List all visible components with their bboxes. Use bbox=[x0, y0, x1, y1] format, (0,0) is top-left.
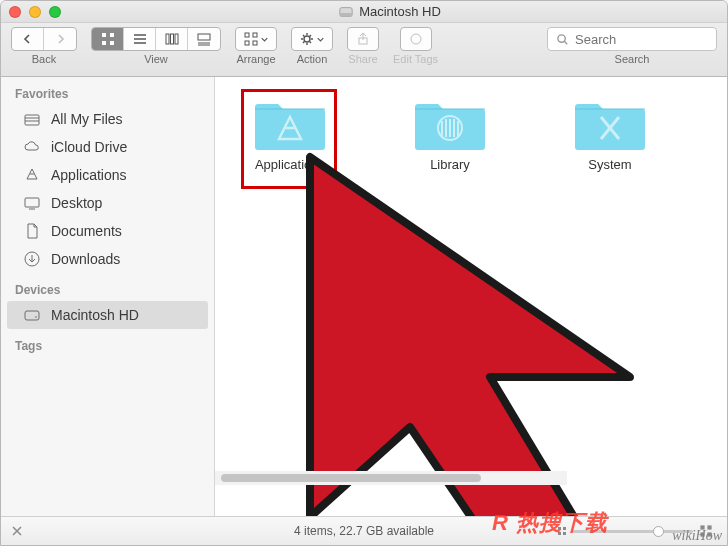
arrange-label: Arrange bbox=[236, 53, 275, 65]
close-button[interactable] bbox=[9, 6, 21, 18]
tags-group: Edit Tags bbox=[393, 27, 438, 65]
statusbar: 4 items, 22.7 GB available bbox=[1, 516, 727, 545]
toolbar: Back View Arrange Action Share Edit T bbox=[1, 23, 727, 77]
x-icon bbox=[11, 525, 23, 537]
finder-window: Macintosh HD Back View Arrange bbox=[0, 0, 728, 546]
svg-rect-13 bbox=[253, 41, 257, 45]
back-button[interactable] bbox=[12, 28, 44, 50]
sidebar-item-label: Documents bbox=[51, 223, 122, 239]
svg-rect-2 bbox=[102, 33, 106, 37]
slider-track[interactable] bbox=[573, 530, 693, 533]
action-button[interactable] bbox=[291, 27, 333, 51]
sidebar-item-documents[interactable]: Documents bbox=[1, 217, 214, 245]
edit-tags-label: Edit Tags bbox=[393, 53, 438, 65]
folder-icon bbox=[573, 95, 647, 153]
svg-rect-6 bbox=[166, 34, 169, 44]
sidebar-item-macintosh-hd[interactable]: Macintosh HD bbox=[7, 301, 208, 329]
view-group: View bbox=[91, 27, 221, 65]
path-control[interactable] bbox=[11, 525, 23, 537]
minimize-button[interactable] bbox=[29, 6, 41, 18]
large-icon bbox=[699, 524, 713, 538]
scrollbar-thumb[interactable] bbox=[221, 474, 481, 482]
svg-rect-1 bbox=[340, 12, 352, 16]
titlebar[interactable]: Macintosh HD bbox=[1, 1, 727, 23]
svg-rect-11 bbox=[253, 33, 257, 37]
share-label: Share bbox=[348, 53, 377, 65]
sidebar-item-label: Desktop bbox=[51, 195, 102, 211]
folder-library[interactable]: Library bbox=[405, 95, 495, 172]
status-text: 4 items, 22.7 GB available bbox=[294, 524, 434, 538]
search-icon bbox=[556, 33, 569, 46]
column-view-button[interactable] bbox=[156, 28, 188, 50]
zoom-button[interactable] bbox=[49, 6, 61, 18]
icloud-icon bbox=[23, 138, 41, 156]
action-label: Action bbox=[297, 53, 328, 65]
svg-point-14 bbox=[304, 36, 310, 42]
svg-rect-25 bbox=[563, 527, 566, 530]
action-group: Action bbox=[291, 27, 333, 65]
section-devices-header: Devices bbox=[1, 273, 214, 301]
sidebar-item-icloud[interactable]: iCloud Drive bbox=[1, 133, 214, 161]
folder-system[interactable]: System bbox=[565, 95, 655, 172]
arrange-button[interactable] bbox=[235, 27, 277, 51]
svg-rect-24 bbox=[558, 527, 561, 530]
svg-rect-30 bbox=[700, 532, 704, 536]
icon-view-button[interactable] bbox=[92, 28, 124, 50]
sidebar-item-label: Macintosh HD bbox=[51, 307, 139, 323]
view-label: View bbox=[144, 53, 168, 65]
documents-icon bbox=[23, 222, 41, 240]
share-group: Share bbox=[347, 27, 379, 65]
sidebar-item-label: Applications bbox=[51, 167, 127, 183]
svg-rect-29 bbox=[707, 525, 711, 529]
hd-icon bbox=[23, 306, 41, 324]
search-input[interactable] bbox=[575, 32, 695, 47]
svg-rect-10 bbox=[245, 33, 249, 37]
section-tags-header: Tags bbox=[1, 329, 214, 357]
folder-applications[interactable]: Applications bbox=[245, 95, 335, 172]
back-label: Back bbox=[32, 53, 56, 65]
cursor-overlay bbox=[300, 147, 727, 516]
window-body: Favorites All My Files iCloud Drive Appl… bbox=[1, 77, 727, 516]
coverflow-view-button[interactable] bbox=[188, 28, 220, 50]
list-view-button[interactable] bbox=[124, 28, 156, 50]
search-label: Search bbox=[615, 53, 650, 65]
svg-rect-4 bbox=[102, 41, 106, 45]
svg-point-17 bbox=[558, 34, 565, 41]
folder-label: Applications bbox=[255, 157, 325, 172]
svg-rect-3 bbox=[110, 33, 114, 37]
sidebar-item-label: Downloads bbox=[51, 251, 120, 267]
view-seg bbox=[91, 27, 221, 51]
content-area[interactable]: Applications Library System bbox=[215, 77, 727, 516]
desktop-icon bbox=[23, 194, 41, 212]
svg-rect-27 bbox=[563, 532, 566, 535]
edit-tags-button[interactable] bbox=[400, 27, 432, 51]
svg-rect-21 bbox=[25, 311, 39, 320]
sidebar-item-applications[interactable]: Applications bbox=[1, 161, 214, 189]
folder-icon bbox=[413, 95, 487, 153]
svg-point-16 bbox=[411, 34, 421, 44]
sidebar-item-all-my-files[interactable]: All My Files bbox=[1, 105, 214, 133]
slider-knob[interactable] bbox=[653, 526, 664, 537]
traffic-lights bbox=[9, 6, 61, 18]
sidebar-item-label: iCloud Drive bbox=[51, 139, 127, 155]
arrange-group: Arrange bbox=[235, 27, 277, 65]
search-box[interactable] bbox=[547, 27, 717, 51]
sidebar-item-desktop[interactable]: Desktop bbox=[1, 189, 214, 217]
svg-rect-18 bbox=[25, 115, 39, 125]
hd-icon bbox=[339, 5, 353, 19]
window-title: Macintosh HD bbox=[61, 4, 719, 19]
svg-rect-31 bbox=[707, 532, 711, 536]
svg-rect-12 bbox=[245, 41, 249, 45]
svg-point-22 bbox=[35, 316, 37, 318]
sidebar-item-downloads[interactable]: Downloads bbox=[1, 245, 214, 273]
nav-group: Back bbox=[11, 27, 77, 65]
applications-icon bbox=[23, 166, 41, 184]
horizontal-scrollbar[interactable] bbox=[215, 471, 567, 485]
search-group: Search bbox=[547, 27, 717, 65]
svg-rect-5 bbox=[110, 41, 114, 45]
icon-size-slider[interactable] bbox=[557, 524, 713, 538]
forward-button[interactable] bbox=[44, 28, 76, 50]
share-button[interactable] bbox=[347, 27, 379, 51]
svg-rect-8 bbox=[175, 34, 178, 44]
svg-rect-28 bbox=[700, 525, 704, 529]
